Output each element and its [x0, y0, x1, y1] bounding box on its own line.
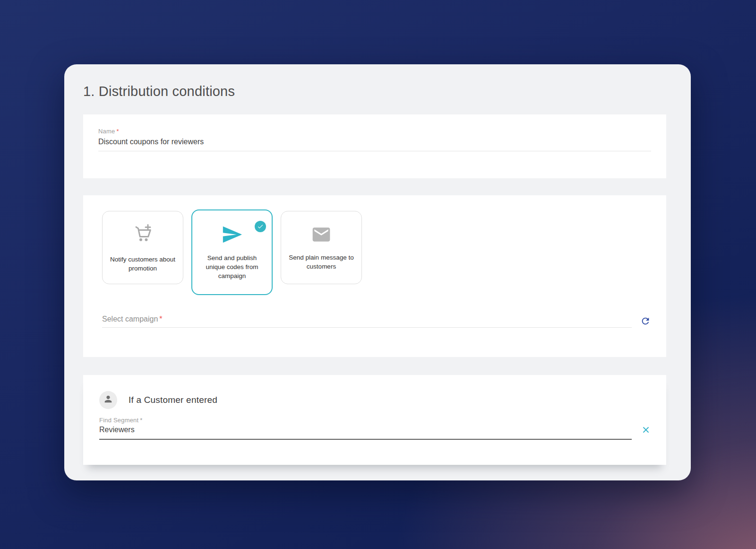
customer-segment-panel: If a Customer entered Find Segment*	[83, 375, 666, 465]
avatar	[99, 391, 117, 409]
required-asterisk: *	[159, 315, 162, 323]
option-card-send-unique-codes[interactable]: Send and publish unique codes from campa…	[191, 209, 273, 295]
distribution-conditions-card: 1. Distribution conditions Name*	[64, 64, 691, 480]
option-cards-row: Notify customers about promotion Send an…	[102, 211, 651, 295]
name-panel: Name*	[83, 114, 666, 178]
refresh-campaigns-button[interactable]	[640, 316, 651, 328]
person-icon	[103, 394, 113, 406]
distribution-options-panel: Notify customers about promotion Send an…	[83, 195, 666, 357]
required-asterisk: *	[116, 128, 119, 135]
page-title: 1. Distribution conditions	[83, 83, 666, 99]
option-card-send-plain-message[interactable]: Send plain message to customers	[281, 211, 362, 284]
add-shopping-cart-icon	[130, 222, 155, 247]
clear-segment-button[interactable]	[641, 425, 651, 436]
send-icon	[220, 224, 244, 245]
find-segment-input[interactable]	[99, 424, 632, 440]
close-icon	[641, 425, 651, 436]
option-card-label: Send and publish unique codes from campa…	[199, 254, 265, 281]
segment-header: If a Customer entered	[99, 391, 651, 409]
select-campaign-row: Select campaign*	[102, 315, 651, 328]
segment-heading: If a Customer entered	[129, 395, 217, 405]
option-card-label: Notify customers about promotion	[109, 255, 176, 273]
required-asterisk: *	[140, 417, 142, 424]
refresh-icon	[640, 316, 651, 328]
option-card-label: Send plain message to customers	[288, 253, 355, 271]
name-input[interactable]	[98, 138, 651, 151]
option-card-notify-promotion[interactable]: Notify customers about promotion	[102, 211, 183, 284]
find-segment-label: Find Segment*	[99, 417, 651, 424]
email-icon	[310, 224, 332, 245]
selected-check-icon	[255, 221, 266, 232]
select-campaign-placeholder: Select campaign	[102, 315, 158, 323]
select-campaign-dropdown[interactable]: Select campaign*	[102, 315, 632, 328]
name-field-label: Name*	[98, 128, 651, 135]
find-segment-row	[99, 424, 651, 440]
